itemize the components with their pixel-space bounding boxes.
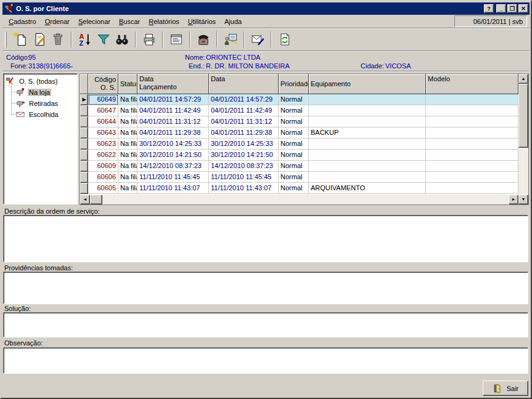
cell-data-lancamento: 14/12/2010 08:37:23: [137, 161, 209, 172]
menu-utilitarios[interactable]: Utilitários: [184, 17, 220, 26]
codigo-value: 95: [28, 54, 36, 61]
observacao-textarea[interactable]: [3, 347, 528, 374]
phone-list-icon: [196, 32, 211, 47]
tree-root-os-todas[interactable]: O. S. (todas): [6, 76, 59, 86]
filter-icon: [96, 32, 111, 47]
sair-button[interactable]: Sair: [483, 381, 528, 396]
cell-codigo: 60647: [88, 105, 118, 116]
row-indicator: [80, 105, 88, 116]
cell-data: 04/01/2011 11:42:49: [209, 105, 279, 116]
table-row[interactable]: 60643 Na fila 04/01/2011 11:29:38 04/01/…: [80, 127, 518, 139]
cell-equipamento: BACKUP: [309, 127, 426, 139]
tree-root-label: O. S. (todas): [18, 78, 59, 85]
menu-cadastro[interactable]: Cadastro: [4, 17, 41, 26]
cell-modelo: [426, 105, 518, 116]
cell-data-lancamento: 11/11/2010 11:45:45: [137, 172, 209, 183]
table-row[interactable]: 60606 Na fila 11/11/2010 11:45:45 11/11/…: [80, 172, 518, 183]
menu-selecionar[interactable]: Selecionar: [74, 17, 115, 26]
header-prioridade[interactable]: Prioridade: [279, 74, 309, 94]
menu-buscar[interactable]: Buscar: [115, 17, 144, 26]
print-button[interactable]: [140, 30, 158, 49]
tree-item-retiradas[interactable]: Retiradas: [15, 98, 59, 108]
table-row[interactable]: 60644 Na fila 04/01/2011 11:31:12 04/01/…: [80, 116, 518, 127]
scroll-up-button[interactable]: ▲: [518, 74, 528, 84]
vertical-scrollbar[interactable]: ▲ ▼: [518, 74, 528, 204]
descricao-label: Descrição da ordem de serviço:: [4, 208, 100, 215]
cell-data-lancamento: 04/01/2011 11:29:38: [137, 127, 209, 139]
maximize-button[interactable]: ❐: [507, 4, 517, 13]
preview-button[interactable]: [167, 30, 186, 49]
table-row[interactable]: 60605 Na fila 11/11/2010 11:43:07 11/11/…: [80, 183, 518, 194]
table-row[interactable]: 60609 Na fila 14/12/2010 08:37:23 14/12/…: [80, 161, 518, 172]
header-data[interactable]: Data: [209, 74, 279, 94]
scroll-left-button[interactable]: ◄: [80, 195, 90, 204]
new-os-button[interactable]: [12, 30, 30, 49]
header-modelo[interactable]: Modelo: [426, 74, 518, 94]
cell-modelo: [426, 183, 518, 194]
cell-codigo: 60609: [88, 161, 118, 172]
send-mail-button[interactable]: [248, 30, 267, 49]
refresh-icon: [277, 32, 292, 47]
providencias-textarea[interactable]: [3, 272, 528, 304]
menu-ordenar[interactable]: Ordenar: [41, 17, 74, 26]
cell-prioridade: Normal: [279, 139, 309, 150]
mailbox-icon: [15, 87, 26, 97]
minimize-button[interactable]: _: [496, 4, 506, 13]
table-row[interactable]: 60622 Na fila 30/12/2010 14:21:50 30/12/…: [80, 150, 518, 161]
vertical-scroll-thumb[interactable]: [518, 84, 528, 148]
toolbar-separator: [189, 31, 190, 47]
edit-os-button[interactable]: [30, 30, 49, 49]
titlebar[interactable]: O. S. por Cliente ? _ ❐ ✕: [2, 2, 530, 15]
row-indicator: [80, 172, 88, 183]
grid-header: Código O. S. Status Data Lançamento Data…: [80, 74, 518, 94]
toolbar-separator: [271, 31, 272, 47]
header-data-lancamento[interactable]: Data Lançamento: [137, 74, 209, 94]
scroll-right-button[interactable]: ►: [509, 195, 518, 204]
date-user-panel: 06/01/2011 | svb: [454, 15, 527, 27]
delete-os-button[interactable]: [49, 30, 67, 49]
cell-prioridade: Normal: [279, 150, 309, 161]
cell-modelo: [426, 161, 518, 172]
phone-list-button[interactable]: [194, 30, 213, 49]
row-indicator: [80, 183, 88, 194]
close-button[interactable]: ✕: [518, 4, 528, 13]
observacao-label: Observação:: [4, 339, 43, 347]
toolbar-grip[interactable]: [5, 31, 7, 47]
cell-modelo: [426, 127, 518, 139]
header-status[interactable]: Status: [118, 74, 137, 94]
header-codigo[interactable]: Código O. S.: [88, 74, 118, 94]
filter-button[interactable]: [94, 30, 113, 49]
cell-data-lancamento: 11/11/2010 11:43:07: [137, 183, 209, 194]
help-button[interactable]: ?: [484, 4, 494, 13]
sort-az-button[interactable]: A Z: [76, 30, 94, 49]
nome-value: ORIONTEC LTDA: [206, 54, 260, 61]
menu-relatorios[interactable]: Relatórios: [144, 17, 184, 26]
horizontal-scroll-thumb[interactable]: [90, 195, 102, 204]
descricao-textarea[interactable]: [3, 215, 528, 262]
scroll-down-button[interactable]: ▼: [518, 195, 528, 204]
cell-data: 04/01/2011 11:31:12: [209, 116, 279, 127]
cell-data: 30/12/2010 14:25:33: [209, 139, 279, 150]
cell-equipamento: [309, 105, 426, 116]
menu-ajuda[interactable]: Ajuda: [220, 17, 246, 26]
nome-label: Nome:: [185, 54, 205, 61]
sair-label: Sair: [507, 385, 519, 392]
horizontal-scrollbar[interactable]: ◄ ►: [80, 195, 518, 204]
solucao-textarea[interactable]: [3, 312, 528, 337]
tools-icon: [6, 76, 16, 86]
table-row[interactable]: 60647 Na fila 04/01/2011 11:42:49 04/01/…: [80, 105, 518, 116]
tree-item-na-loja[interactable]: Na loja: [15, 87, 51, 97]
row-indicator: [80, 116, 88, 127]
find-button[interactable]: [113, 30, 131, 49]
solucao-label: Solução:: [4, 305, 31, 312]
cell-equipamento: [309, 116, 426, 127]
table-row[interactable]: 60623 Na fila 30/12/2010 14:25:33 30/12/…: [80, 139, 518, 150]
table-row[interactable]: ▶ 60649 Na fila 04/01/2011 14:57:29 04/0…: [80, 94, 518, 105]
workstation-button[interactable]: [221, 30, 240, 49]
header-equipamento[interactable]: Equipamento: [309, 74, 426, 94]
cell-status: Na fila: [118, 183, 137, 194]
refresh-button[interactable]: [276, 30, 294, 49]
tree-item-escolhida[interactable]: Escolhida: [15, 109, 60, 119]
toolbar-separator: [216, 31, 218, 47]
toolbar-separator: [71, 31, 72, 47]
